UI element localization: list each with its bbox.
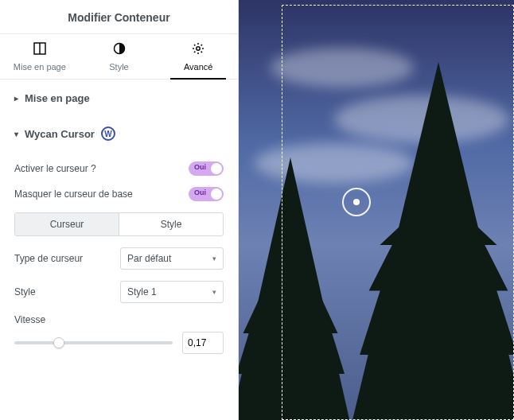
enable-cursor-label: Activer le curseur ? — [14, 163, 96, 174]
tab-style[interactable]: Style — [80, 34, 159, 79]
settings-panel: Modifier Conteneur Mise en page Style Av… — [0, 0, 239, 420]
select-value: Par défaut — [127, 253, 171, 264]
cursor-type-label: Type de curseur — [14, 253, 83, 264]
panel-title: Modifier Conteneur — [0, 0, 238, 34]
tab-label: Mise en page — [14, 62, 66, 72]
row-hide-base-cursor: Masquer le curseur de base Oui — [14, 187, 224, 201]
svg-point-3 — [197, 47, 200, 50]
section-toggle-layout[interactable]: Mise en page — [14, 80, 224, 114]
settings-tabs: Mise en page Style Avancé — [0, 34, 238, 80]
tab-layout[interactable]: Mise en page — [0, 34, 80, 79]
hide-base-cursor-label: Masquer le curseur de base — [14, 189, 133, 200]
style-select[interactable]: Style 1 ▾ — [120, 281, 224, 303]
panel-body: Mise en page Wycan Cursor W Activer le c… — [0, 80, 238, 368]
enable-cursor-toggle[interactable]: Oui — [189, 161, 224, 176]
tab-advanced[interactable]: Avancé — [158, 34, 238, 79]
gear-icon — [158, 42, 238, 57]
cursor-type-select[interactable]: Par défaut ▾ — [120, 247, 224, 270]
toggle-on-text: Oui — [194, 163, 206, 171]
tab-label: Avancé — [184, 62, 213, 72]
preview-canvas[interactable] — [239, 0, 514, 420]
slider-thumb[interactable] — [53, 337, 64, 348]
segment-style[interactable]: Style — [119, 213, 223, 235]
speed-slider-row — [14, 332, 224, 354]
speed-label: Vitesse — [14, 314, 224, 325]
section-title: Mise en page — [25, 92, 90, 104]
cursor-style-segmented: Curseur Style — [14, 212, 224, 236]
container-selection-outline[interactable] — [282, 5, 514, 420]
wycan-badge-icon: W — [101, 126, 115, 141]
row-speed: Vitesse — [14, 314, 224, 354]
hide-base-cursor-toggle[interactable]: Oui — [189, 187, 224, 201]
speed-slider[interactable] — [14, 341, 173, 344]
row-enable-cursor: Activer le curseur ? Oui — [14, 161, 224, 176]
tab-label: Style — [109, 62, 128, 72]
chevron-down-icon: ▾ — [212, 288, 216, 296]
row-style-select: Style Style 1 ▾ — [14, 281, 224, 303]
section-title: Wycan Cursor — [25, 128, 95, 140]
cursor-preview-icon — [342, 188, 371, 216]
speed-input[interactable] — [182, 332, 224, 354]
chevron-down-icon — [14, 130, 18, 138]
chevron-down-icon: ▾ — [212, 255, 216, 262]
row-cursor-type: Type de curseur Par défaut ▾ — [14, 247, 224, 270]
chevron-right-icon — [14, 94, 18, 103]
contrast-icon — [80, 42, 159, 57]
toggle-on-text: Oui — [194, 189, 206, 196]
select-value: Style 1 — [127, 286, 157, 298]
segment-cursor[interactable]: Curseur — [15, 213, 119, 235]
layout-icon — [0, 42, 80, 57]
style-label: Style — [14, 286, 36, 298]
section-toggle-wycan[interactable]: Wycan Cursor W — [14, 114, 224, 150]
